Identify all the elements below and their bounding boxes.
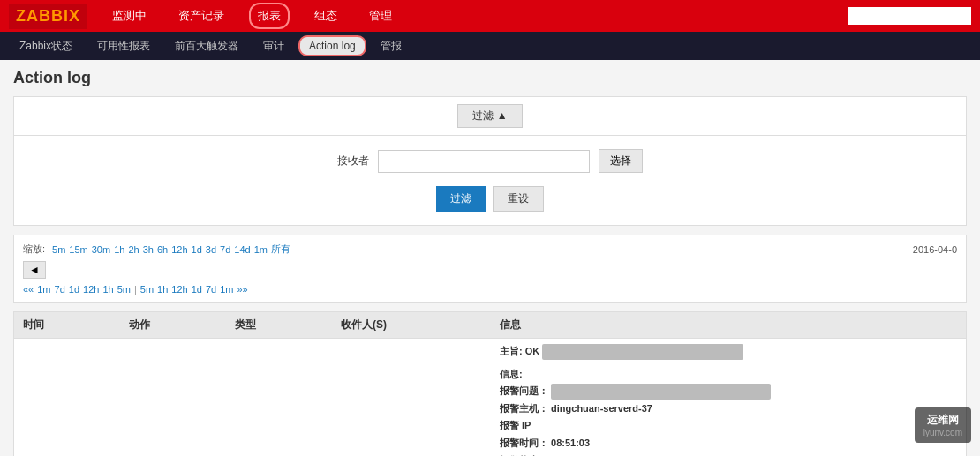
fast-next-link[interactable]: »» <box>237 284 247 295</box>
zoom-2h[interactable]: 2h <box>128 244 139 255</box>
top-navigation: ZABBIX 监测中 资产记录 报表 组态 管理 <box>0 0 980 32</box>
zoom-label: 缩放: <box>23 243 45 256</box>
logo: ZABBIX <box>9 4 87 29</box>
nav-item-config[interactable]: 组态 <box>307 4 344 27</box>
zoom-12h[interactable]: 12h <box>171 244 187 255</box>
info-detail-ip: 报警 IP <box>500 418 957 434</box>
nav-item-monitor[interactable]: 监测中 <box>105 4 154 27</box>
logo-abbix: ABBIX <box>26 7 80 25</box>
reset-button[interactable]: 重设 <box>493 186 544 212</box>
info-detail-section: 信息: 报警问题： ██████████████████████████████… <box>500 367 957 456</box>
search-input[interactable] <box>848 7 971 25</box>
sub-nav-zabbix-status[interactable]: Zabbix状态 <box>9 34 83 58</box>
filter-section: 过滤 ▲ 接收者 选择 过滤 重设 <box>13 96 967 226</box>
zoom-6h[interactable]: 6h <box>157 244 168 255</box>
date-display: 2016-04-0 <box>913 244 957 255</box>
recipient-label: 接收者 <box>337 153 369 168</box>
nav-12h-left[interactable]: 12h <box>83 284 99 295</box>
info-block: 主旨: OK ████████████████████████████ T 信息… <box>500 344 957 456</box>
zoom-row: 缩放: 5m 15m 30m 1h 2h 3h 6h 12h 1d 3d 7d … <box>23 243 957 256</box>
watermark-top: 运维网 <box>923 413 962 428</box>
nav-5m-left[interactable]: 5m <box>117 284 131 295</box>
zoom-1h[interactable]: 1h <box>114 244 124 255</box>
cell-time <box>23 344 129 456</box>
sub-navigation: Zabbix状态 可用性报表 前百大触发器 审计 Action log 管报 <box>0 32 980 60</box>
nav-5m-right[interactable]: 5m <box>140 284 154 295</box>
nav-item-admin[interactable]: 管理 <box>362 4 399 27</box>
zoom-3h[interactable]: 3h <box>143 244 154 255</box>
zoom-7d[interactable]: 7d <box>220 244 230 255</box>
zoom-14d[interactable]: 14d <box>234 244 250 255</box>
zoom-15m[interactable]: 15m <box>69 244 87 255</box>
info-detail-host: 报警主机： dingchuan-serverd-37 <box>500 401 957 417</box>
zoom-all[interactable]: 所有 <box>271 243 290 256</box>
recipient-input[interactable] <box>378 150 590 173</box>
data-table: 时间 动作 类型 收件人(S) 信息 主旨: OK ██████████████… <box>13 311 967 456</box>
sub-nav-action-log[interactable]: Action log <box>298 35 366 56</box>
table-row: 主旨: OK ████████████████████████████ T 信息… <box>14 339 966 456</box>
info-detail-status: 报警状态： OK <box>500 453 957 456</box>
nav-item-assets[interactable]: 资产记录 <box>171 4 231 27</box>
col-header-recipient: 收件人(S) <box>341 318 500 333</box>
page-content: Action log 过滤 ▲ 接收者 选择 过滤 重设 缩放: 5m 15m … <box>0 60 980 456</box>
sub-nav-top-triggers[interactable]: 前百大触发器 <box>164 34 249 58</box>
subject-blurred: ████████████████████████████ T <box>542 344 743 360</box>
col-header-type: 类型 <box>235 318 341 333</box>
issue-value-blurred: ████████████████████████████████ <box>551 384 771 400</box>
subject-ok: OK <box>525 346 540 356</box>
zoom-30m[interactable]: 30m <box>92 244 110 255</box>
watermark: 运维网 iyunv.com <box>915 407 971 443</box>
table-header: 时间 动作 类型 收件人(S) 信息 <box>14 312 966 339</box>
alert-time-value: 08:51:03 <box>551 437 590 448</box>
zoom-1d[interactable]: 1d <box>192 244 202 255</box>
filter-buttons: 过滤 重设 <box>32 186 948 212</box>
col-header-time: 时间 <box>23 318 129 333</box>
subject-label: 主旨: <box>500 346 523 356</box>
timeline-section: 缩放: 5m 15m 30m 1h 2h 3h 6h 12h 1d 3d 7d … <box>13 235 967 303</box>
nav-7d-left[interactable]: 7d <box>55 284 65 295</box>
filter-button[interactable]: 过滤 <box>436 186 486 212</box>
filter-header: 过滤 ▲ <box>14 97 966 136</box>
zoom-5m[interactable]: 5m <box>52 244 65 255</box>
nav-7d-right[interactable]: 7d <box>206 284 216 295</box>
filter-toggle-button[interactable]: 过滤 ▲ <box>457 104 522 128</box>
zoom-1m[interactable]: 1m <box>254 244 268 255</box>
nav-prev-button[interactable]: ◄ <box>23 261 46 279</box>
info-detail-label: 信息: <box>500 367 957 383</box>
info-detail-time: 报警时间： 08:51:03 <box>500 436 957 452</box>
filter-body: 接收者 选择 过滤 重设 <box>14 136 966 225</box>
nav-separator: | <box>134 284 137 295</box>
sub-nav-audit[interactable]: 审计 <box>253 34 295 58</box>
cell-action <box>129 344 235 456</box>
cell-info: 主旨: OK ████████████████████████████ T 信息… <box>500 344 957 456</box>
alert-time-label: 报警时间： <box>500 437 548 448</box>
zoom-3d[interactable]: 3d <box>206 244 216 255</box>
nav-1h-left[interactable]: 1h <box>102 284 113 295</box>
cell-type <box>235 344 341 456</box>
nav-1h-right[interactable]: 1h <box>157 284 168 295</box>
page-title: Action log <box>13 69 967 87</box>
sub-nav-reports[interactable]: 管报 <box>370 34 412 58</box>
col-header-info: 信息 <box>500 318 957 333</box>
issue-label: 报警问题： <box>500 385 548 396</box>
top-nav-items: 监测中 资产记录 报表 组态 管理 <box>105 3 848 29</box>
nav-1d-left[interactable]: 1d <box>69 284 79 295</box>
nav-1m-right[interactable]: 1m <box>220 284 233 295</box>
host-value: dingchuan-serverd-37 <box>551 403 652 414</box>
cell-recipient <box>341 344 500 456</box>
filter-recipient-row: 接收者 选择 <box>32 149 948 173</box>
select-button[interactable]: 选择 <box>599 149 643 173</box>
nav-1m-left[interactable]: 1m <box>37 284 50 295</box>
watermark-bottom: iyunv.com <box>923 428 962 437</box>
logo-z: Z <box>16 7 26 25</box>
nav-item-reports[interactable]: 报表 <box>249 3 290 29</box>
host-label: 报警主机： <box>500 403 548 414</box>
nav-12h-right[interactable]: 12h <box>171 284 187 295</box>
info-detail-issue: 报警问题： ████████████████████████████████ <box>500 384 957 400</box>
nav-1d-right[interactable]: 1d <box>192 284 202 295</box>
nav-row: «« 1m 7d 1d 12h 1h 5m | 5m 1h 12h 1d 7d … <box>23 284 957 295</box>
ip-label: 报警 IP <box>500 420 531 430</box>
info-subject-line: 主旨: OK ████████████████████████████ T <box>500 344 957 360</box>
fast-prev-link[interactable]: «« <box>23 284 34 295</box>
sub-nav-availability[interactable]: 可用性报表 <box>87 34 161 58</box>
